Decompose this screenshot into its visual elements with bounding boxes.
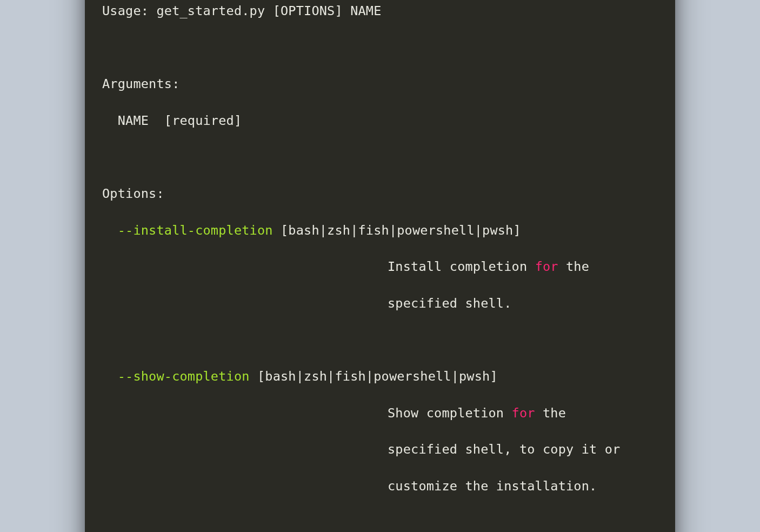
arguments-header: Arguments: [102,75,658,94]
options-header: Options: [102,185,658,203]
for-keyword: for [512,405,535,421]
terminal-window: $ python get_started.py --help Usage: ge… [85,0,675,532]
install-desc-line1: Install completion for the [102,258,658,276]
show-completion-flag: --show-completion [102,369,250,384]
for-keyword: for [535,259,558,274]
option-show-completion: --show-completion [bash|zsh|fish|powersh… [102,368,658,386]
usage-line: Usage: get_started.py [OPTIONS] NAME [102,2,658,21]
install-completion-flag: --install-completion [102,223,273,238]
install-desc-line2: specified shell. [102,295,658,313]
show-desc-line1: Show completion for the [102,404,658,423]
option-install-completion: --install-completion [bash|zsh|fish|powe… [102,222,658,240]
terminal-output: $ python get_started.py --help Usage: ge… [102,0,658,532]
argument-name: NAME [required] [102,112,658,130]
show-desc-line3: customize the installation. [102,477,658,496]
show-desc-line2: specified shell, to copy it or [102,441,658,459]
show-completion-params: [bash|zsh|fish|powershell|pwsh] [250,369,498,384]
install-completion-params: [bash|zsh|fish|powershell|pwsh] [273,223,521,238]
